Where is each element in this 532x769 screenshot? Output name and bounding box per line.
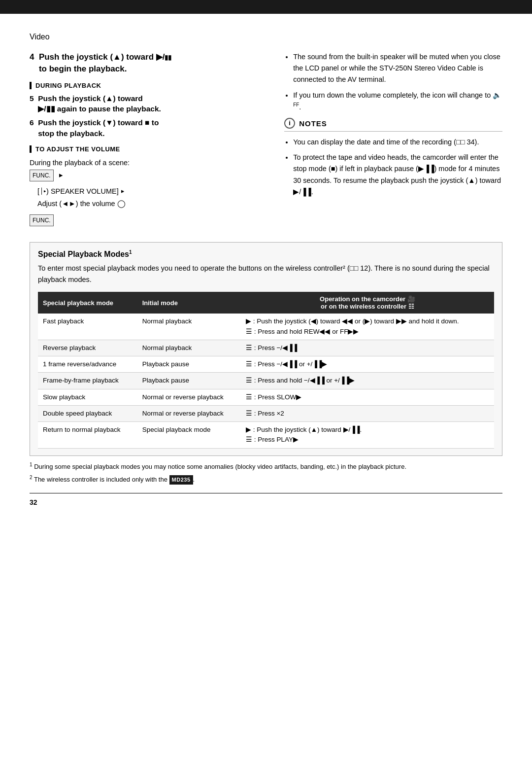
notes-header: i Notes — [284, 118, 502, 132]
table-cell-operation: ▶ : Push the joystick (▲) toward ▶/▐▐.☰ … — [241, 422, 494, 449]
page-number: 32 — [30, 498, 37, 506]
footnote-1: 1 During some special playback modes you… — [30, 461, 502, 472]
special-playback-table: Special playback mode Initial mode Opera… — [38, 292, 494, 448]
right-bullet-list: The sound from the built-in speaker will… — [284, 51, 502, 113]
page-section-title: Video — [30, 33, 502, 41]
table-cell-initial: Normal playback — [137, 314, 241, 340]
speaker-line: [⏐▸) SPEAKER VOLUME] ▶ Adjust (◄►) the v… — [37, 185, 269, 210]
right-column: The sound from the built-in speaker will… — [284, 51, 502, 230]
notes-list: You can display the date and time of the… — [284, 137, 502, 198]
note-2: To protect the tape and video heads, the… — [293, 152, 502, 198]
table-row: Frame-by-frame playbackPlayback pause☰ :… — [38, 373, 494, 389]
bottom-rule — [30, 493, 502, 493]
table-row: Reverse playbackNormal playback☰ : Press… — [38, 340, 494, 356]
special-playback-box: Special Playback Modes1 To enter most sp… — [30, 242, 502, 456]
func-box-1: FUNC. — [30, 170, 54, 181]
right-bullet-2: If you turn down the volume completely, … — [293, 90, 502, 113]
table-cell-mode: Fast playback — [38, 314, 137, 340]
step6-heading: 6 Push the joystick (▼) toward ■ to stop… — [30, 117, 269, 139]
notes-label: Notes — [299, 118, 327, 129]
table-cell-mode: Reverse playback — [38, 340, 137, 356]
table-cell-initial: Special playback mode — [137, 422, 241, 449]
table-cell-initial: Playback pause — [137, 373, 241, 389]
func-block-2: FUNC. — [30, 214, 269, 226]
to-adjust-label: To Adjust the Volume — [35, 145, 120, 153]
func-box-2: FUNC. — [30, 214, 54, 226]
footnotes: 1 During some special playback modes you… — [30, 461, 502, 485]
table-row: Double speed playbackNormal or reverse p… — [38, 405, 494, 421]
special-title: Special Playback Modes1 — [38, 249, 494, 259]
table-cell-initial: Normal playback — [137, 340, 241, 356]
table-cell-operation: ☰ : Press ×2 — [241, 405, 494, 421]
footnote-2: 2 The wireless controller is included on… — [30, 474, 502, 485]
during-playback-text: During the playback of a scene: — [30, 159, 130, 167]
step5-heading: 5 Push the joystick (▲) toward ▶/▮▮ agai… — [30, 93, 269, 114]
table-cell-initial: Normal or reverse playback — [137, 405, 241, 421]
notes-section: i Notes You can display the date and tim… — [284, 118, 502, 198]
table-cell-mode: Frame-by-frame playback — [38, 373, 137, 389]
table-row: 1 frame reverse/advancePlayback pause☰ :… — [38, 356, 494, 373]
to-adjust-header: To Adjust the Volume — [30, 145, 269, 153]
col-header-mode: Special playback mode — [38, 292, 137, 314]
during-playback-header: During Playback — [30, 82, 269, 89]
table-cell-operation: ☰ : Press −/◀▐▐ or +/▐▐▶ — [241, 356, 494, 373]
model-badge: MD235 — [169, 475, 193, 485]
step4-heading: 4 Push the joystick (▲) toward ▶/▮▮ to b… — [30, 51, 269, 75]
table-cell-operation: ☰ : Press −/◀▐▐ — [241, 340, 494, 356]
table-row: Slow playbackNormal or reverse playback☰… — [38, 389, 494, 405]
col-header-operation: Operation on the camcorder 🎥 or on the w… — [241, 292, 494, 314]
table-cell-mode: Double speed playback — [38, 405, 137, 421]
table-row: Fast playbackNormal playback▶ : Push the… — [38, 314, 494, 340]
table-cell-mode: 1 frame reverse/advance — [38, 356, 137, 373]
left-column: 4 Push the joystick (▲) toward ▶/▮▮ to b… — [30, 51, 269, 230]
table-cell-operation: ☰ : Press SLOW▶ — [241, 389, 494, 405]
right-bullet-1: The sound from the built-in speaker will… — [293, 51, 502, 86]
during-playback-label: During Playback — [35, 82, 101, 89]
col-header-initial: Initial mode — [137, 292, 241, 314]
table-cell-initial: Normal or reverse playback — [137, 389, 241, 405]
table-cell-operation: ▶ : Push the joystick (◀) toward ◀◀ or (… — [241, 314, 494, 340]
func-block: During the playback of a scene: FUNC. ▸ — [30, 157, 269, 181]
table-cell-operation: ☰ : Press and hold −/◀▐▐ or +/▐▐▶ — [241, 373, 494, 389]
table-cell-mode: Return to normal playback — [38, 422, 137, 449]
func-arrow: ▸ — [59, 171, 63, 179]
table-row: Return to normal playbackSpecial playbac… — [38, 422, 494, 449]
special-intro: To enter most special playback modes you… — [38, 263, 494, 285]
notes-icon: i — [284, 118, 295, 129]
table-cell-initial: Playback pause — [137, 356, 241, 373]
table-cell-mode: Slow playback — [38, 389, 137, 405]
note-1: You can display the date and time of the… — [293, 137, 502, 148]
